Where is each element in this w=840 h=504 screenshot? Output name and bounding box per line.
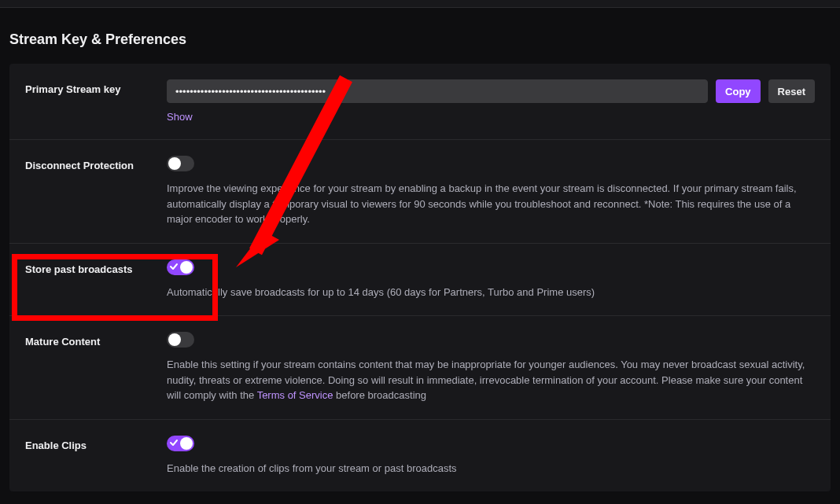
show-link[interactable]: Show [167, 111, 193, 123]
setting-row-mature-content: Mature Content Enable this setting if yo… [9, 316, 831, 420]
setting-row-stream-key: Primary Stream key Copy Reset Show [9, 64, 831, 140]
store-past-broadcasts-toggle[interactable] [167, 259, 194, 275]
disconnect-protection-toggle[interactable] [167, 156, 194, 171]
enable-clips-description: Enable the creation of clips from your s… [167, 461, 815, 476]
reset-button[interactable]: Reset [768, 79, 815, 103]
setting-row-enable-clips: Enable Clips Enable the creation of clip… [9, 420, 831, 492]
enable-clips-label: Enable Clips [25, 440, 87, 451]
store-past-broadcasts-description: Automatically save broadcasts for up to … [167, 285, 815, 300]
store-past-broadcasts-label: Store past broadcasts [25, 263, 133, 275]
setting-row-store-past-broadcasts: Store past broadcasts Automatically save… [9, 244, 831, 317]
check-icon [169, 438, 179, 447]
mature-content-label: Mature Content [25, 336, 100, 348]
stream-key-label: Primary Stream key [25, 83, 120, 95]
enable-clips-toggle[interactable] [167, 436, 194, 451]
mature-content-desc-part2: before broadcasting [333, 389, 426, 401]
mature-content-toggle[interactable] [167, 332, 194, 348]
check-icon [169, 262, 179, 271]
copy-button[interactable]: Copy [716, 79, 761, 103]
terms-of-service-link[interactable]: Terms of Service [257, 389, 333, 401]
page-title: Stream Key & Preferences [9, 31, 831, 48]
top-bar [0, 0, 840, 8]
stream-key-input[interactable] [167, 79, 708, 103]
disconnect-protection-description: Improve the viewing experience for your … [167, 181, 815, 227]
setting-row-disconnect-protection: Disconnect Protection Improve the viewin… [9, 140, 831, 244]
settings-panel: Primary Stream key Copy Reset Show Disco… [9, 64, 831, 491]
disconnect-protection-label: Disconnect Protection [25, 160, 134, 171]
mature-content-description: Enable this setting if your stream conta… [167, 357, 815, 403]
